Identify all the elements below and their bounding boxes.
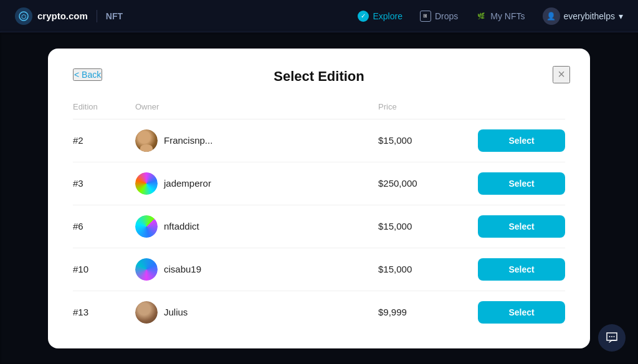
chat-button[interactable] (598, 324, 626, 352)
back-button[interactable]: < Back (73, 68, 102, 81)
avatar-image-jade (135, 172, 158, 195)
edition-num: #2 (73, 135, 135, 146)
owner-cell: Francisnp... (135, 129, 378, 152)
owner-name: cisabu19 (164, 264, 201, 274)
owner-cell: cisabu19 (135, 258, 378, 281)
avatar (135, 129, 158, 152)
select-edition-modal: < Back Select Edition × Edition Owner Pr… (48, 49, 590, 348)
price: $15,000 (378, 221, 478, 231)
nav-username: everybithelps (564, 11, 616, 21)
edition-num: #10 (73, 264, 135, 274)
nav-link-explore[interactable]: ✓ Explore (358, 11, 402, 22)
table-row: #13 Julius $9,999 Select (73, 291, 565, 334)
svg-point-3 (611, 336, 612, 337)
table-row: #6 nftaddict $15,000 Select (73, 205, 565, 248)
table-row: #10 cisabu19 $15,000 Select (73, 248, 565, 291)
table-header: Edition Owner Price (73, 102, 565, 119)
modal-overlay: < Back Select Edition × Edition Owner Pr… (0, 32, 638, 364)
nav-explore-label: Explore (373, 11, 402, 21)
nav-links: ✓ Explore ⊞ Drops 🌿 My NFTs 👤 everybithe… (358, 7, 623, 25)
table-row: #3 jademperor $250,000 Select (73, 162, 565, 205)
avatar-image-francisnp (135, 129, 158, 152)
owner-name: jademperor (164, 178, 211, 189)
edition-num: #3 (73, 178, 135, 189)
nav-drops-label: Drops (435, 11, 458, 21)
nav-link-drops[interactable]: ⊞ Drops (420, 11, 458, 22)
avatar (135, 258, 158, 281)
nav-user-menu[interactable]: 👤 everybithelps ▾ (543, 7, 624, 25)
explore-icon: ✓ (358, 11, 369, 22)
mynfts-icon: 🌿 (475, 11, 487, 22)
nav-link-mynfts[interactable]: 🌿 My NFTs (475, 11, 525, 22)
edition-num: #13 (73, 307, 135, 317)
svg-text:⬡: ⬡ (21, 14, 26, 20)
navbar: ⬡ crypto.com NFT ✓ Explore ⊞ Drops 🌿 My … (0, 0, 638, 32)
owner-cell: Julius (135, 301, 378, 324)
owner-name: nftaddict (164, 221, 199, 231)
nav-divider (97, 10, 97, 22)
price: $15,000 (378, 135, 478, 146)
select-button[interactable]: Select (478, 215, 565, 238)
nav-chevron-icon: ▾ (619, 11, 623, 21)
avatar (135, 215, 158, 238)
col-owner: Owner (135, 102, 378, 111)
svg-point-4 (614, 336, 615, 337)
avatar (135, 172, 158, 195)
price: $250,000 (378, 178, 478, 189)
col-edition: Edition (73, 102, 135, 111)
edition-table: #2 Francisnp... $15,000 Select #3 jad (73, 119, 565, 334)
avatar-image-nftaddict (135, 215, 158, 238)
close-button[interactable]: × (553, 66, 570, 83)
edition-num: #6 (73, 221, 135, 231)
avatar (135, 301, 158, 324)
back-label: < Back (74, 70, 101, 80)
select-button[interactable]: Select (478, 258, 565, 281)
nav-brand-label: crypto.com (37, 11, 88, 21)
close-icon: × (558, 67, 565, 82)
modal-title: Select Edition (73, 68, 565, 85)
select-button[interactable]: Select (478, 129, 565, 152)
svg-point-2 (609, 336, 611, 337)
price: $15,000 (378, 264, 478, 274)
select-button[interactable]: Select (478, 172, 565, 195)
col-price: Price (378, 102, 478, 111)
nav-logo[interactable]: ⬡ crypto.com NFT (15, 7, 123, 25)
price: $9,999 (378, 307, 478, 317)
col-action (478, 102, 565, 111)
owner-cell: jademperor (135, 172, 378, 195)
select-button[interactable]: Select (478, 301, 565, 324)
table-row: #2 Francisnp... $15,000 Select (73, 119, 565, 162)
owner-name: Julius (164, 307, 188, 317)
drops-icon: ⊞ (420, 11, 431, 22)
owner-name: Francisnp... (164, 135, 212, 146)
nav-nft-label: NFT (106, 11, 123, 21)
crypto-logo-icon: ⬡ (15, 7, 32, 25)
owner-cell: nftaddict (135, 215, 378, 238)
avatar-image-cisabu (135, 258, 158, 281)
user-avatar: 👤 (543, 7, 560, 25)
nav-mynfts-label: My NFTs (490, 11, 525, 21)
avatar-image-julius (135, 301, 158, 324)
